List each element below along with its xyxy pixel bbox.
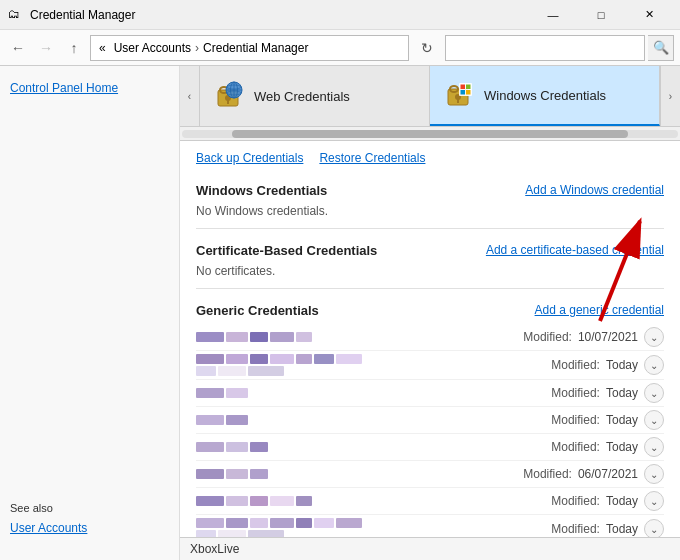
divider-2	[196, 288, 664, 289]
credential-name-block	[196, 469, 523, 479]
modified-label: Modified:	[551, 522, 600, 536]
tab-scrollbar[interactable]	[180, 127, 680, 141]
credential-right: Modified: Today⌄	[551, 437, 664, 457]
forward-button[interactable]: →	[34, 36, 58, 60]
expand-button[interactable]: ⌄	[644, 491, 664, 511]
credential-right: Modified: Today⌄	[551, 519, 664, 537]
modified-value: 06/07/2021	[578, 467, 638, 481]
credential-right: Modified: Today⌄	[551, 410, 664, 430]
maximize-button[interactable]: □	[578, 0, 624, 30]
modified-label: Modified:	[551, 440, 600, 454]
search-button[interactable]: 🔍	[648, 35, 674, 61]
minimize-button[interactable]: —	[530, 0, 576, 30]
credential-right: Modified: Today⌄	[551, 491, 664, 511]
credential-item[interactable]: Modified: 10/07/2021⌄	[196, 324, 664, 351]
modified-value: Today	[606, 440, 638, 454]
windows-creds-header: Windows Credentials Add a Windows creden…	[196, 179, 664, 200]
control-panel-home-link[interactable]: Control Panel Home	[10, 81, 118, 95]
refresh-button[interactable]: ↻	[413, 35, 441, 61]
breadcrumb-root: «	[99, 41, 106, 55]
tab-windows-credentials[interactable]: Windows Credentials	[430, 66, 660, 126]
modified-value: Today	[606, 358, 638, 372]
tab-scroll-track	[182, 130, 678, 138]
expand-button[interactable]: ⌄	[644, 355, 664, 375]
modified-label: Modified:	[551, 386, 600, 400]
main-layout: Control Panel Home See also User Account…	[0, 66, 680, 560]
add-windows-credential-link[interactable]: Add a Windows credential	[525, 183, 664, 197]
modified-value: Today	[606, 386, 638, 400]
expand-button[interactable]: ⌄	[644, 464, 664, 484]
credential-pixels	[196, 332, 523, 342]
user-accounts-link[interactable]: User Accounts	[10, 521, 87, 535]
tab-web-credentials[interactable]: Web Credentials	[200, 66, 430, 126]
title-bar: 🗂 Credential Manager — □ ✕	[0, 0, 680, 30]
bottom-bar-label: XboxLive	[190, 542, 239, 556]
credential-name-block	[196, 442, 551, 452]
address-path[interactable]: « User Accounts › Credential Manager	[90, 35, 409, 61]
credential-item[interactable]: Modified: Today⌄	[196, 515, 664, 537]
credential-right: Modified: 10/07/2021⌄	[523, 327, 664, 347]
modified-label: Modified:	[551, 358, 600, 372]
credential-name-block	[196, 518, 551, 537]
credential-pixels	[196, 388, 551, 398]
tab-scroll-right[interactable]: ›	[660, 66, 680, 126]
bottom-bar: XboxLive	[180, 537, 680, 560]
credential-right: Modified: Today⌄	[551, 355, 664, 375]
content-body[interactable]: Back up Credentials Restore Credentials …	[180, 141, 680, 537]
svg-rect-3	[227, 100, 229, 104]
credential-item[interactable]: Modified: 06/07/2021⌄	[196, 461, 664, 488]
add-generic-credential-link[interactable]: Add a generic credential	[535, 303, 664, 317]
address-bar: ← → ↑ « User Accounts › Credential Manag…	[0, 30, 680, 66]
credential-item[interactable]: Modified: Today⌄	[196, 434, 664, 461]
backup-credentials-link[interactable]: Back up Credentials	[196, 151, 303, 165]
web-credentials-icon	[212, 80, 244, 112]
expand-button[interactable]: ⌄	[644, 437, 664, 457]
windows-creds-empty: No Windows credentials.	[196, 204, 664, 218]
modified-label: Modified:	[551, 494, 600, 508]
credential-item[interactable]: Modified: Today⌄	[196, 488, 664, 515]
see-also-label: See also	[10, 502, 169, 514]
expand-button[interactable]: ⌄	[644, 327, 664, 347]
sidebar: Control Panel Home See also User Account…	[0, 66, 180, 560]
credential-pixels	[196, 415, 551, 425]
modified-label: Modified:	[523, 467, 572, 481]
credential-item[interactable]: Modified: Today⌄	[196, 407, 664, 434]
svg-rect-14	[457, 99, 459, 103]
modified-label: Modified:	[523, 330, 572, 344]
windows-credentials-section: Windows Credentials Add a Windows creden…	[196, 179, 664, 218]
tab-bar: ‹	[180, 66, 680, 127]
modified-value: 10/07/2021	[578, 330, 638, 344]
modified-label: Modified:	[551, 413, 600, 427]
add-cert-credential-link[interactable]: Add a certificate-based credential	[486, 243, 664, 257]
back-button[interactable]: ←	[6, 36, 30, 60]
svg-rect-17	[466, 85, 471, 90]
expand-button[interactable]: ⌄	[644, 410, 664, 430]
svg-rect-16	[461, 85, 466, 90]
close-button[interactable]: ✕	[626, 0, 672, 30]
credential-right: Modified: Today⌄	[551, 383, 664, 403]
credential-name-block	[196, 354, 551, 376]
expand-button[interactable]: ⌄	[644, 383, 664, 403]
expand-button[interactable]: ⌄	[644, 519, 664, 537]
credential-item[interactable]: Modified: Today⌄	[196, 351, 664, 380]
web-credentials-label: Web Credentials	[254, 89, 350, 104]
breadcrumb-part2: Credential Manager	[203, 41, 308, 55]
search-input[interactable]	[445, 35, 645, 61]
credential-pixels	[196, 518, 551, 528]
title-bar-text: Credential Manager	[30, 8, 530, 22]
cert-creds-title: Certificate-Based Credentials	[196, 243, 377, 258]
modified-value: Today	[606, 494, 638, 508]
tab-scroll-left[interactable]: ‹	[180, 66, 200, 126]
credential-items-list: Modified: 10/07/2021⌄Modified: Today⌄Mod…	[196, 324, 664, 537]
generic-credentials-section: Generic Credentials Add a generic creden…	[196, 299, 664, 537]
credential-name-block	[196, 332, 523, 342]
generic-creds-title: Generic Credentials	[196, 303, 319, 318]
restore-credentials-link[interactable]: Restore Credentials	[319, 151, 425, 165]
credential-item[interactable]: Modified: Today⌄	[196, 380, 664, 407]
up-button[interactable]: ↑	[62, 36, 86, 60]
windows-credentials-icon	[442, 79, 474, 111]
credential-name-block	[196, 388, 551, 398]
divider-1	[196, 228, 664, 229]
credential-name-block	[196, 496, 551, 506]
modified-value: Today	[606, 413, 638, 427]
